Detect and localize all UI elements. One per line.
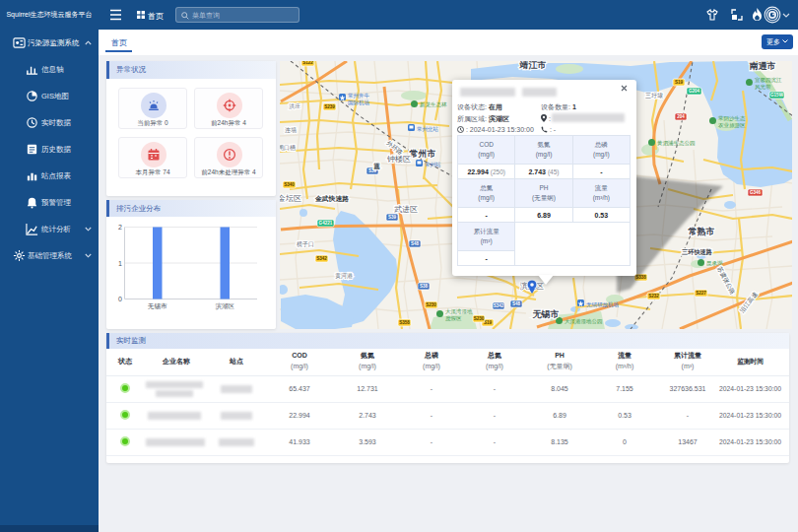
svg-text:滨湖区: 滨湖区 <box>215 302 234 310</box>
svg-text:2: 2 <box>118 224 122 231</box>
svg-text:1: 1 <box>118 260 122 267</box>
svg-text:0: 0 <box>118 296 122 302</box>
svg-text:无锡市: 无锡市 <box>148 302 167 310</box>
